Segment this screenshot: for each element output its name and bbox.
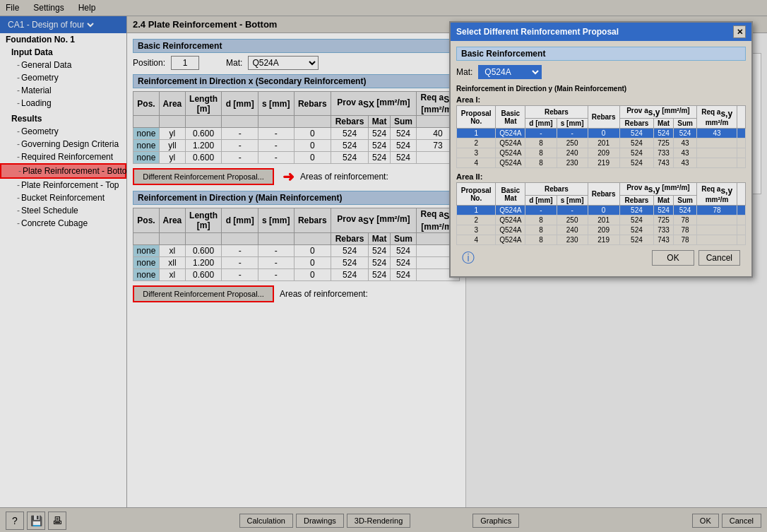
- td-prov-rebars-ii: 524: [619, 235, 654, 245]
- td-rebars: 219: [588, 158, 619, 168]
- area-i-row-1[interactable]: 1 Q524A - - 0 524 524 524 43: [457, 129, 746, 138]
- td-scroll: [737, 129, 746, 138]
- th-s-ii: s [mm]: [557, 196, 588, 206]
- td-req: [697, 158, 737, 168]
- td-s-ii: 240: [557, 225, 588, 235]
- td-mat: Q524A: [496, 138, 525, 148]
- th-scroll-ii: [737, 183, 746, 206]
- td-no-ii: 4: [457, 235, 496, 245]
- td-mat: Q524A: [496, 158, 525, 168]
- area-ii-table: ProposalNo. BasicMat Rebars Rebars Prov …: [456, 182, 746, 245]
- td-prov-sum: 43: [673, 138, 696, 148]
- area-i-row-3[interactable]: 3 Q524A 8 240 209 524 733 43: [457, 148, 746, 158]
- dialog-basic-header: Basic Reinforcement: [456, 47, 746, 61]
- td-s-ii: 250: [557, 215, 588, 225]
- td-s: 250: [557, 138, 588, 148]
- td-rebars-ii: 209: [588, 225, 619, 235]
- th-basic-mat-ii: BasicMat: [496, 183, 525, 206]
- td-rebars-ii: 201: [588, 215, 619, 225]
- th-rebars2-ii: Rebars: [619, 196, 654, 206]
- td-prov-sum-ii: 524: [673, 206, 696, 215]
- th-proposal-no-ii: ProposalNo.: [457, 183, 496, 206]
- td-mat-ii: Q524A: [496, 215, 525, 225]
- th-req-header: Req as,ymm²/m: [697, 106, 737, 129]
- td-d-ii: 8: [525, 235, 557, 245]
- area-ii-row-2[interactable]: 2 Q524A 8 250 201 524 725 78: [457, 215, 746, 225]
- area-ii-row-1[interactable]: 1 Q524A - - 0 524 524 524 78: [457, 206, 746, 215]
- td-rebars: 209: [588, 148, 619, 158]
- dialog-mat-label: Mat:: [456, 67, 472, 77]
- td-prov-mat: 733: [654, 148, 674, 158]
- th-rebars-col: Rebars: [588, 106, 619, 129]
- td-no: 4: [457, 158, 496, 168]
- th-s: s [mm]: [557, 119, 588, 129]
- area-i-table: ProposalNo. BasicMat Rebars Rebars Prov …: [456, 105, 746, 168]
- dialog-overlay: Select Different Reinforcement Proposal …: [0, 0, 767, 532]
- th-prov-header-ii: Prov as,y [mm²/m]: [619, 183, 697, 196]
- th-rebars-header-ii: Rebars: [525, 183, 588, 196]
- area-ii-row-3[interactable]: 3 Q524A 8 240 209 524 733 78: [457, 225, 746, 235]
- td-s-ii: -: [557, 206, 588, 215]
- td-mat-ii: Q524A: [496, 206, 525, 215]
- td-mat: Q524A: [496, 129, 525, 138]
- td-prov-rebars: 524: [619, 158, 654, 168]
- td-scroll: [737, 148, 746, 158]
- td-prov-sum-ii: 78: [673, 235, 696, 245]
- area-i-row-4[interactable]: 4 Q524A 8 230 219 524 743 43: [457, 158, 746, 168]
- area-ii-row-4[interactable]: 4 Q524A 8 230 219 524 743 78: [457, 235, 746, 245]
- td-scroll: [737, 138, 746, 148]
- td-d: 8: [525, 138, 557, 148]
- td-rebars-ii: 219: [588, 235, 619, 245]
- td-prov-sum: 43: [673, 158, 696, 168]
- area-i-row-2[interactable]: 2 Q524A 8 250 201 524 725 43: [457, 138, 746, 148]
- td-prov-sum-ii: 78: [673, 225, 696, 235]
- td-prov-mat-ii: 733: [654, 225, 674, 235]
- td-rebars-ii: 0: [588, 206, 619, 215]
- td-req-ii: [697, 235, 737, 245]
- dialog-mat-row: Mat: Q524A: [456, 65, 746, 79]
- td-s: 240: [557, 148, 588, 158]
- td-prov-mat: 524: [654, 129, 674, 138]
- td-prov-rebars-ii: 524: [619, 225, 654, 235]
- dialog-area-i-label: Area I:: [456, 95, 746, 104]
- dialog-area-ii-label: Area II:: [456, 172, 746, 181]
- th-prov-header: Prov as,y [mm²/m]: [619, 106, 697, 119]
- td-no: 2: [457, 138, 496, 148]
- td-scroll-ii: [737, 235, 746, 245]
- td-req-ii: [697, 225, 737, 235]
- td-prov-sum: 524: [673, 129, 696, 138]
- th-basic-mat: BasicMat: [496, 106, 525, 129]
- td-req: [697, 148, 737, 158]
- td-no-ii: 1: [457, 206, 496, 215]
- td-mat: Q524A: [496, 148, 525, 158]
- dialog-titlebar: Select Different Reinforcement Proposal …: [451, 23, 751, 41]
- th-req-header-ii: Req as,ymm²/m: [697, 183, 737, 206]
- td-d-ii: -: [525, 206, 557, 215]
- td-d: -: [525, 129, 557, 138]
- th-rebars2: Rebars: [619, 119, 654, 129]
- td-d-ii: 8: [525, 225, 557, 235]
- td-req: 43: [697, 129, 737, 138]
- td-prov-rebars-ii: 524: [619, 206, 654, 215]
- td-req: [697, 138, 737, 148]
- td-no: 3: [457, 148, 496, 158]
- dialog-footer: ⓘ OK Cancel: [456, 245, 746, 271]
- th-proposal-no: ProposalNo.: [457, 106, 496, 129]
- td-prov-mat-ii: 743: [654, 235, 674, 245]
- dialog-close-btn[interactable]: ✕: [733, 25, 746, 38]
- td-s: -: [557, 129, 588, 138]
- th-scroll: [737, 106, 746, 129]
- td-s-ii: 230: [557, 235, 588, 245]
- td-mat-ii: Q524A: [496, 225, 525, 235]
- dialog-cancel-btn[interactable]: Cancel: [698, 250, 740, 266]
- help-icon[interactable]: ⓘ: [462, 249, 475, 266]
- td-prov-mat: 743: [654, 158, 674, 168]
- td-prov-sum-ii: 78: [673, 215, 696, 225]
- td-req-ii: 78: [697, 206, 737, 215]
- dialog-dir-y-header: Reinforcement in Direction y (Main Reinf…: [456, 85, 746, 93]
- dialog-mat-select[interactable]: Q524A: [478, 65, 542, 79]
- td-req-ii: [697, 215, 737, 225]
- td-prov-mat-ii: 524: [654, 206, 674, 215]
- td-no-ii: 2: [457, 215, 496, 225]
- dialog-ok-btn[interactable]: OK: [652, 250, 694, 266]
